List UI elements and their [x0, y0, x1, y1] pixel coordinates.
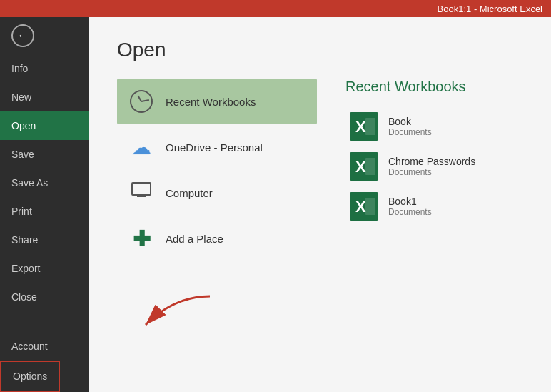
recent-item-book[interactable]: X Book Documents — [345, 106, 522, 146]
doc-name-book: Book — [388, 116, 432, 127]
recent-info-book1: Book1 Documents — [388, 196, 432, 217]
doc-name-chrome: Chrome Passwords — [388, 156, 475, 167]
sidebar-item-options[interactable]: Options — [0, 361, 60, 392]
content-area: Open Recent Workbooks — [89, 17, 551, 392]
computer-icon — [128, 180, 154, 206]
title-bar: Book1:1 - Microsoft Excel — [0, 0, 551, 17]
doc-location-chrome: Documents — [388, 167, 475, 177]
open-options-list: Recent Workbooks ☁ OneDrive - Personal — [117, 79, 317, 261]
svg-rect-8 — [365, 158, 375, 175]
sidebar-item-account[interactable]: Account — [0, 332, 89, 361]
page-title: Open — [117, 39, 522, 61]
excel-icon-book: X — [350, 112, 378, 141]
sidebar-item-open[interactable]: Open — [0, 111, 89, 140]
excel-icon-book1: X — [350, 192, 378, 221]
recent-info-chrome: Chrome Passwords Documents — [388, 156, 475, 177]
content-body: Recent Workbooks ☁ OneDrive - Personal — [117, 79, 522, 261]
sidebar-item-save[interactable]: Save — [0, 140, 89, 169]
main-layout: ← Info New Open Save Save As Print Share… — [0, 17, 551, 392]
sidebar-item-share[interactable]: Share — [0, 226, 89, 254]
recent-item-chrome[interactable]: X Chrome Passwords Documents — [345, 146, 522, 186]
arrow-annotation — [131, 289, 217, 335]
doc-location-book1: Documents — [388, 207, 432, 217]
svg-rect-11 — [365, 198, 375, 215]
title-text: Book1:1 - Microsoft Excel — [438, 4, 542, 14]
doc-name-book1: Book1 — [388, 196, 432, 207]
back-button[interactable]: ← — [0, 17, 89, 54]
open-option-onedrive[interactable]: ☁ OneDrive - Personal — [117, 124, 317, 170]
sidebar-item-info[interactable]: Info — [0, 54, 89, 83]
sidebar: ← Info New Open Save Save As Print Share… — [0, 17, 89, 392]
open-option-addplace[interactable]: ✚ Add a Place — [117, 216, 317, 261]
svg-text:X: X — [355, 198, 366, 216]
sidebar-item-close[interactable]: Close — [0, 283, 89, 311]
recent-panel: Recent Workbooks X Book Documents — [345, 79, 522, 261]
back-circle-icon: ← — [11, 24, 34, 47]
add-place-icon: ✚ — [128, 226, 154, 251]
recent-info-book: Book Documents — [388, 116, 432, 137]
svg-rect-5 — [365, 118, 375, 135]
open-option-computer[interactable]: Computer — [117, 170, 317, 216]
sidebar-item-export[interactable]: Export — [0, 254, 89, 283]
sidebar-item-print[interactable]: Print — [0, 197, 89, 226]
svg-text:X: X — [355, 158, 366, 176]
recent-item-book1[interactable]: X Book1 Documents — [345, 186, 522, 226]
clock-icon — [128, 89, 154, 114]
open-option-recent[interactable]: Recent Workbooks — [117, 79, 317, 124]
cloud-icon: ☁ — [128, 134, 154, 160]
sidebar-item-new[interactable]: New — [0, 83, 89, 111]
svg-text:X: X — [355, 118, 366, 136]
sidebar-divider — [11, 326, 77, 326]
sidebar-item-saveas[interactable]: Save As — [0, 169, 89, 197]
svg-rect-0 — [132, 183, 151, 195]
recent-panel-title: Recent Workbooks — [345, 79, 522, 95]
excel-icon-chrome: X — [350, 152, 378, 181]
doc-location-book: Documents — [388, 127, 432, 137]
sidebar-bottom: Account Options — [0, 320, 89, 392]
